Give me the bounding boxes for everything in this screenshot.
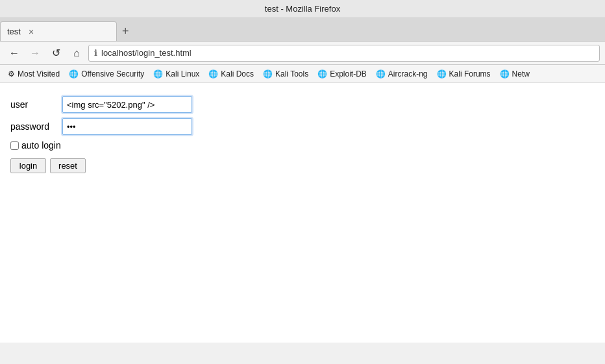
bookmark-icon: 🌐 xyxy=(500,69,510,79)
bookmark-icon: 🌐 xyxy=(376,69,386,79)
bookmark-label: Kali Linux xyxy=(166,69,199,79)
reset-button[interactable]: reset xyxy=(50,158,86,173)
bookmark-label: Offensive Security xyxy=(81,69,144,79)
bookmark-icon: 🌐 xyxy=(437,69,447,79)
bookmark-label: Aircrack-ng xyxy=(388,69,428,79)
bookmark-label: Netw xyxy=(512,69,530,79)
login-button[interactable]: login xyxy=(10,158,46,173)
bookmark-label: Kali Tools xyxy=(275,69,308,79)
bookmark-icon: ⚙ xyxy=(8,69,15,79)
bookmark-label: Kali Forums xyxy=(449,69,491,79)
reload-button[interactable]: ↺ xyxy=(47,44,65,62)
new-tab-button[interactable]: + xyxy=(117,21,134,41)
user-row: user xyxy=(10,96,595,113)
auto-login-checkbox[interactable] xyxy=(10,141,19,150)
bookmarks-bar: ⚙Most Visited🌐Offensive Security🌐Kali Li… xyxy=(0,65,605,83)
title-text: test - Mozilla Firefox xyxy=(265,4,340,14)
tab-bar: test × + xyxy=(0,18,605,42)
bookmark-item[interactable]: 🌐Exploit-DB xyxy=(314,68,371,80)
bookmark-icon: 🌐 xyxy=(69,69,79,79)
url-text: localhost/login_test.html xyxy=(101,48,191,58)
bookmark-item[interactable]: 🌐Kali Forums xyxy=(433,68,495,80)
bookmark-icon: 🌐 xyxy=(153,69,163,79)
home-button[interactable]: ⌂ xyxy=(68,44,86,62)
tab-label: test xyxy=(7,27,21,36)
tab-close-icon[interactable]: × xyxy=(29,27,34,37)
bookmark-icon: 🌐 xyxy=(263,69,273,79)
password-row: password xyxy=(10,118,595,135)
auto-login-row: auto login xyxy=(10,140,595,151)
password-input[interactable] xyxy=(62,118,192,135)
forward-button[interactable]: → xyxy=(26,44,44,62)
back-button[interactable]: ← xyxy=(5,44,23,62)
user-label: user xyxy=(10,99,62,110)
button-row: login reset xyxy=(10,158,595,173)
bookmark-item[interactable]: 🌐Kali Linux xyxy=(149,68,203,80)
password-label: password xyxy=(10,121,62,132)
title-bar: test - Mozilla Firefox xyxy=(0,0,605,18)
bookmark-label: Exploit-DB xyxy=(330,69,367,79)
bookmark-label: Kali Docs xyxy=(221,69,254,79)
bookmark-item[interactable]: 🌐Netw xyxy=(496,68,534,80)
bookmark-item[interactable]: 🌐Offensive Security xyxy=(65,68,148,80)
url-info-icon: ℹ xyxy=(94,48,97,58)
bookmark-item[interactable]: ⚙Most Visited xyxy=(4,68,64,80)
bookmark-item[interactable]: 🌐Aircrack-ng xyxy=(372,68,432,80)
browser-tab[interactable]: test × xyxy=(0,21,117,41)
page-content: user password auto login login reset xyxy=(0,83,605,343)
auto-login-label: auto login xyxy=(21,140,61,151)
url-bar[interactable]: ℹ localhost/login_test.html xyxy=(88,45,600,62)
bookmark-item[interactable]: 🌐Kali Docs xyxy=(204,68,258,80)
bookmark-item[interactable]: 🌐Kali Tools xyxy=(259,68,312,80)
bookmark-icon: 🌐 xyxy=(317,69,327,79)
bookmark-label: Most Visited xyxy=(18,69,60,79)
user-input[interactable] xyxy=(62,96,192,113)
bookmark-icon: 🌐 xyxy=(208,69,218,79)
nav-bar: ← → ↺ ⌂ ℹ localhost/login_test.html xyxy=(0,42,605,65)
